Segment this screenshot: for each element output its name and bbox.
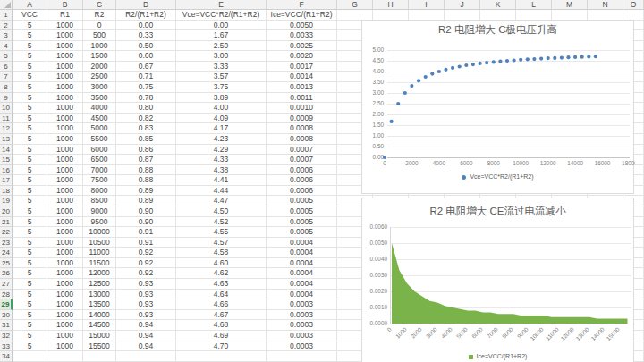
cell-E23[interactable]: 4.57 <box>176 238 267 248</box>
cell-N1[interactable] <box>588 10 623 21</box>
cell-F32[interactable]: 0.0003 <box>267 331 337 341</box>
cell-E18[interactable]: 4.44 <box>176 186 267 197</box>
row-header-14[interactable]: 14 <box>0 145 13 156</box>
cell-D12[interactable]: 0.83 <box>116 123 176 134</box>
cell-F7[interactable]: 0.0014 <box>267 72 337 82</box>
cell-D11[interactable]: 0.82 <box>116 114 176 124</box>
cell-B16[interactable]: 1000 <box>47 165 83 176</box>
cell-I1[interactable] <box>409 10 445 21</box>
cell-C6[interactable]: 2000 <box>83 62 116 72</box>
cell-D23[interactable]: 0.91 <box>116 238 176 248</box>
cell-C3[interactable]: 500 <box>83 30 116 41</box>
cell-A13[interactable]: 5 <box>13 134 47 145</box>
chart-ice-panel[interactable]: R2 电阻增大 CE流过电流减小 0.00000.00100.00200.003… <box>361 198 634 362</box>
cell-E25[interactable]: 4.60 <box>176 258 267 269</box>
cell-B21[interactable]: 1000 <box>47 217 83 228</box>
cell-D20[interactable]: 0.90 <box>116 206 176 217</box>
cell-E33[interactable]: 4.70 <box>176 341 267 352</box>
cell-B25[interactable]: 1000 <box>47 258 83 269</box>
cell-D31[interactable]: 0.94 <box>116 320 176 331</box>
cell-F29[interactable]: 0.0003 <box>267 299 337 310</box>
cell-A25[interactable]: 5 <box>13 258 47 269</box>
cell-D3[interactable]: 0.33 <box>116 30 176 41</box>
cell-F4[interactable]: 0.0025 <box>267 41 337 52</box>
cell-A27[interactable]: 5 <box>13 279 47 290</box>
cell-E8[interactable]: 3.75 <box>176 82 267 93</box>
cell-A28[interactable]: 5 <box>13 290 47 300</box>
cell-K1[interactable] <box>480 10 516 21</box>
cell-C12[interactable]: 5000 <box>83 123 116 134</box>
cell-E7[interactable]: 3.57 <box>176 72 267 82</box>
cell-A14[interactable]: 5 <box>13 145 47 156</box>
cell-D33[interactable]: 0.94 <box>116 341 176 352</box>
row-header-6[interactable]: 6 <box>0 62 13 72</box>
cell-E29[interactable]: 4.66 <box>176 299 267 310</box>
cell-E34[interactable] <box>176 351 267 362</box>
cell-F13[interactable]: 0.0008 <box>267 134 337 145</box>
cell-C27[interactable]: 12500 <box>83 279 116 290</box>
cell-O1[interactable] <box>623 10 644 21</box>
cell-F26[interactable]: 0.0004 <box>267 268 337 279</box>
cell-A7[interactable]: 5 <box>13 72 47 82</box>
cell-D15[interactable]: 0.87 <box>116 155 176 165</box>
row-header-26[interactable]: 26 <box>0 268 13 279</box>
cell-B11[interactable]: 1000 <box>47 114 83 124</box>
cell-F21[interactable]: 0.0005 <box>267 217 337 228</box>
row-header-22[interactable]: 22 <box>0 227 13 238</box>
cell-F25[interactable]: 0.0004 <box>267 258 337 269</box>
cell-L1[interactable] <box>516 10 552 21</box>
cell-D13[interactable]: 0.85 <box>116 134 176 145</box>
cell-B10[interactable]: 1000 <box>47 103 83 114</box>
cell-F8[interactable]: 0.0013 <box>267 82 337 93</box>
cell-F20[interactable]: 0.0005 <box>267 206 337 217</box>
cell-C18[interactable]: 8000 <box>83 186 116 197</box>
cell-F6[interactable]: 0.0017 <box>267 62 337 72</box>
cell-D29[interactable]: 0.93 <box>116 299 176 310</box>
cell-A18[interactable]: 5 <box>13 186 47 197</box>
cell-E22[interactable]: 4.55 <box>176 227 267 238</box>
cell-A11[interactable]: 5 <box>13 114 47 124</box>
cell-E20[interactable]: 4.50 <box>176 206 267 217</box>
cell-B14[interactable]: 1000 <box>47 145 83 156</box>
cell-E6[interactable]: 3.33 <box>176 62 267 72</box>
cell-C23[interactable]: 10500 <box>83 238 116 248</box>
cell-F16[interactable]: 0.0006 <box>267 165 337 176</box>
cell-D14[interactable]: 0.86 <box>116 145 176 156</box>
cell-F3[interactable]: 0.0033 <box>267 30 337 41</box>
cell-D26[interactable]: 0.92 <box>116 268 176 279</box>
cell-D18[interactable]: 0.89 <box>116 186 176 197</box>
cell-E24[interactable]: 4.58 <box>176 248 267 258</box>
cell-B3[interactable]: 1000 <box>47 30 83 41</box>
cell-F22[interactable]: 0.0005 <box>267 227 337 238</box>
col-header-G[interactable]: G <box>337 0 373 9</box>
cell-A4[interactable]: 5 <box>13 41 47 52</box>
cell-D32[interactable]: 0.94 <box>116 331 176 341</box>
col-header-J[interactable]: J <box>445 0 480 9</box>
cell-D1[interactable]: R2/(R1+R2) <box>116 10 176 21</box>
cell-C19[interactable]: 8500 <box>83 196 116 206</box>
cell-B27[interactable]: 1000 <box>47 279 83 290</box>
cell-A9[interactable]: 5 <box>13 93 47 104</box>
cell-E13[interactable]: 4.23 <box>176 134 267 145</box>
cell-B2[interactable]: 1000 <box>47 21 83 31</box>
cell-E21[interactable]: 4.52 <box>176 217 267 228</box>
cell-A5[interactable]: 5 <box>13 51 47 62</box>
cell-C5[interactable]: 1500 <box>83 51 116 62</box>
cell-F27[interactable]: 0.0004 <box>267 279 337 290</box>
cell-D25[interactable]: 0.92 <box>116 258 176 269</box>
cell-E10[interactable]: 4.00 <box>176 103 267 114</box>
cell-C33[interactable]: 15500 <box>83 341 116 352</box>
row-header-17[interactable]: 17 <box>0 175 13 186</box>
cell-D24[interactable]: 0.92 <box>116 248 176 258</box>
row-header-25[interactable]: 25 <box>0 258 13 269</box>
cell-E14[interactable]: 4.29 <box>176 145 267 156</box>
cell-C9[interactable]: 3500 <box>83 93 116 104</box>
row-header-12[interactable]: 12 <box>0 123 13 134</box>
cell-F23[interactable]: 0.0004 <box>267 238 337 248</box>
cell-C34[interactable] <box>83 351 116 362</box>
row-header-30[interactable]: 30 <box>0 310 13 321</box>
cell-C31[interactable]: 14500 <box>83 320 116 331</box>
cell-A21[interactable]: 5 <box>13 217 47 228</box>
cell-D5[interactable]: 0.60 <box>116 51 176 62</box>
col-header-D[interactable]: D <box>116 0 176 9</box>
